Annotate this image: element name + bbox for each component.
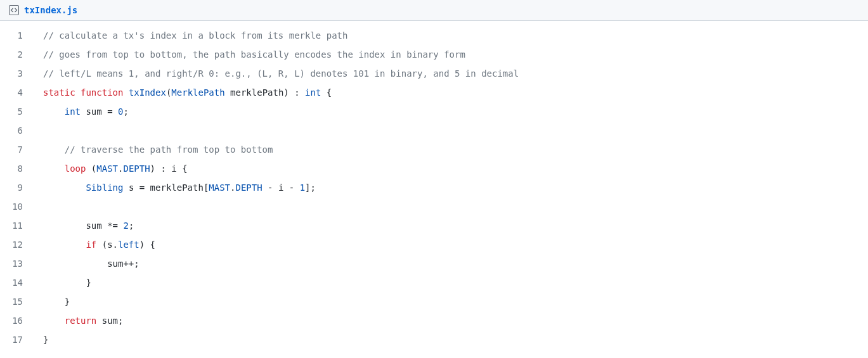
line-number: 16 <box>0 311 36 330</box>
code-line: 16 return sum; <box>0 311 868 330</box>
code-line: 11 sum *= 2; <box>0 216 868 235</box>
line-number: 1 <box>0 26 36 45</box>
line-number: 3 <box>0 64 36 83</box>
code-token: sum; <box>96 316 123 326</box>
line-number: 13 <box>0 254 36 273</box>
code-token: return <box>65 316 97 326</box>
code-token: static <box>43 87 75 98</box>
line-content: // goes from top to bottom, the path bas… <box>36 45 465 64</box>
code-token: - i - <box>262 182 300 193</box>
line-content: static function txIndex(MerklePath merkl… <box>36 83 332 102</box>
line-number: 6 <box>0 121 36 140</box>
line-content: Sibling s = merklePath[MAST.DEPTH - i - … <box>36 178 316 197</box>
code-token: sum++; <box>107 259 139 269</box>
line-content: sum *= 2; <box>36 216 134 235</box>
code-token: loop <box>65 163 86 174</box>
line-number: 15 <box>0 292 36 311</box>
code-token: DEPTH <box>123 163 150 174</box>
code-token <box>123 87 128 98</box>
code-token: s = merklePath[ <box>123 182 209 193</box>
line-number: 7 <box>0 140 36 159</box>
code-line: 14 } <box>0 273 868 292</box>
code-file-icon <box>9 5 19 15</box>
code-container: 1// calculate a tx's index in a block fr… <box>0 21 868 354</box>
code-token: } <box>43 335 48 345</box>
code-line: 1// calculate a tx's index in a block fr… <box>0 26 868 45</box>
line-content: } <box>36 273 91 292</box>
code-token: sum = <box>81 106 118 117</box>
file-header: txIndex.js <box>0 0 868 21</box>
code-token: // traverse the path from top to bottom <box>65 144 273 155</box>
code-line: 7 // traverse the path from top to botto… <box>0 140 868 159</box>
line-number: 9 <box>0 178 36 197</box>
line-content: if (s.left) { <box>36 235 155 254</box>
line-content: } <box>36 292 70 311</box>
code-token: ) { <box>139 240 155 250</box>
code-token: DEPTH <box>235 182 262 193</box>
code-token: MerklePath <box>171 87 224 98</box>
code-token: if <box>86 240 96 250</box>
code-token: ; <box>129 221 134 231</box>
code-token: ) : i { <box>150 163 188 174</box>
code-token <box>75 87 81 98</box>
code-line: 10 <box>0 197 868 216</box>
code-token: sum *= <box>86 221 123 231</box>
code-token: // goes from top to bottom, the path bas… <box>43 49 465 60</box>
code-token: (s. <box>96 240 118 250</box>
code-token: 2 <box>123 221 128 231</box>
line-content: int sum = 0; <box>36 102 129 121</box>
code-token: merklePath) : <box>225 87 305 98</box>
code-line: 13 sum++; <box>0 254 868 273</box>
line-number: 8 <box>0 159 36 178</box>
line-number: 10 <box>0 197 36 216</box>
code-token: ( <box>86 163 96 174</box>
line-content: loop (MAST.DEPTH) : i { <box>36 159 188 178</box>
code-line: 12 if (s.left) { <box>0 235 868 254</box>
code-token: MAST <box>96 163 118 174</box>
code-line: 9 Sibling s = merklePath[MAST.DEPTH - i … <box>0 178 868 197</box>
line-number: 14 <box>0 273 36 292</box>
code-token: txIndex <box>129 87 166 98</box>
code-line: 15 } <box>0 292 868 311</box>
line-content: sum++; <box>36 254 139 273</box>
line-content: return sum; <box>36 311 123 330</box>
line-number: 12 <box>0 235 36 254</box>
code-line: 17} <box>0 330 868 349</box>
code-token: ; <box>123 106 128 117</box>
code-token: { <box>321 87 332 98</box>
line-number: 2 <box>0 45 36 64</box>
code-line: 8 loop (MAST.DEPTH) : i { <box>0 159 868 178</box>
code-token: int <box>305 87 321 98</box>
code-line: 2// goes from top to bottom, the path ba… <box>0 45 868 64</box>
code-token: ]; <box>305 182 316 193</box>
filename: txIndex.js <box>24 5 77 15</box>
line-number: 17 <box>0 330 36 349</box>
code-line: 3// left/L means 1, and right/R 0: e.g.,… <box>0 64 868 83</box>
code-token: int <box>65 106 81 117</box>
line-content: // left/L means 1, and right/R 0: e.g., … <box>36 64 519 83</box>
code-token: Sibling <box>86 182 123 193</box>
line-content: // calculate a tx's index in a block fro… <box>36 26 347 45</box>
code-token: left <box>118 240 139 250</box>
line-content: // traverse the path from top to bottom <box>36 140 273 159</box>
code-token: } <box>86 278 91 288</box>
code-token: } <box>65 297 70 307</box>
line-number: 5 <box>0 102 36 121</box>
line-number: 11 <box>0 216 36 235</box>
code-token: function <box>81 87 123 98</box>
line-number: 4 <box>0 83 36 102</box>
code-token: MAST <box>209 182 230 193</box>
code-token: // calculate a tx's index in a block fro… <box>43 30 347 41</box>
code-token: 1 <box>300 182 305 193</box>
line-content: } <box>36 330 48 349</box>
code-line: 4static function txIndex(MerklePath merk… <box>0 83 868 102</box>
code-token: // left/L means 1, and right/R 0: e.g., … <box>43 68 519 79</box>
code-line: 6 <box>0 121 868 140</box>
code-line: 5 int sum = 0; <box>0 102 868 121</box>
